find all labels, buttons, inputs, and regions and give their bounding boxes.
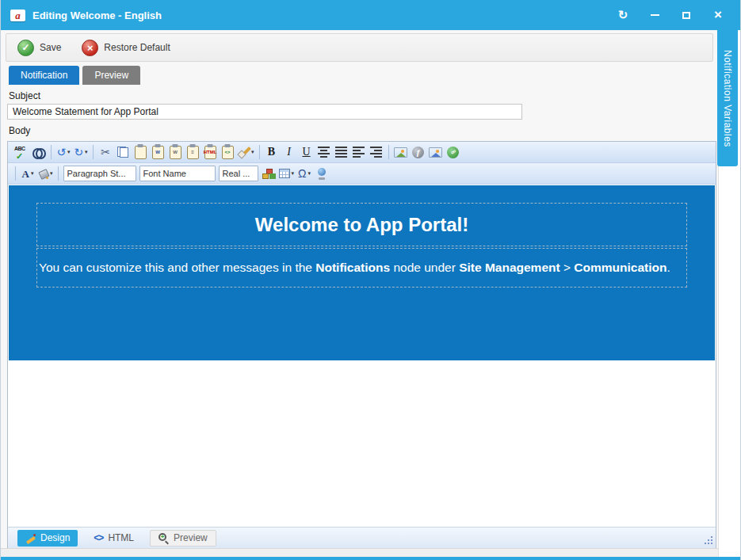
- html-brackets-icon: <>: [94, 533, 103, 543]
- bold-icon[interactable]: B: [263, 143, 281, 161]
- tab-html-label: HTML: [108, 532, 134, 543]
- toolbar-separator: [58, 166, 59, 181]
- title-bar: a Editing Welcome - English ↻ ×: [1, 0, 740, 30]
- right-panel: Notification Variables: [718, 30, 741, 557]
- media-manager-icon[interactable]: [427, 143, 445, 161]
- media-icon[interactable]: [313, 165, 330, 182]
- editor-toolbar-row1: ABC✓↺▾↻▾✂WW≡HTML<>▾BIUf: [8, 142, 716, 163]
- dropdown-caret: ▾: [67, 149, 71, 155]
- rich-text-editor: ABC✓↺▾↻▾✂WW≡HTML<>▾BIUf A▾▾Paragraph St.…: [7, 141, 716, 549]
- tab-design-label: Design: [40, 532, 70, 543]
- tab-preview-label: Preview: [174, 532, 208, 543]
- window-status-strip: [1, 548, 718, 557]
- font-name-select[interactable]: Font Name: [139, 166, 216, 181]
- tab-preview[interactable]: Preview: [82, 66, 140, 85]
- font-size-select[interactable]: Real ...: [219, 166, 258, 181]
- justify-icon[interactable]: [333, 143, 350, 161]
- paste-html-icon[interactable]: <>: [219, 143, 236, 161]
- flash-manager-icon[interactable]: f: [410, 143, 427, 161]
- spellcheck-icon[interactable]: ABC✓: [12, 143, 30, 161]
- align-right-icon[interactable]: [368, 143, 385, 161]
- toolbar-separator: [15, 166, 16, 181]
- toolbar-separator: [51, 145, 52, 159]
- subject-label: Subject: [9, 90, 718, 101]
- module-manager-icon[interactable]: [260, 165, 277, 182]
- restore-default-button[interactable]: × Restore Default: [82, 40, 170, 56]
- dropdown-caret: ▾: [31, 170, 34, 177]
- tab-notification[interactable]: Notification: [9, 66, 79, 85]
- format-stripper-icon[interactable]: ▾: [236, 143, 256, 161]
- dropdown-caret: ▾: [85, 149, 88, 155]
- heading-block[interactable]: Welcome to App Portal!: [36, 203, 687, 246]
- paste-from-word-icon[interactable]: W: [149, 143, 166, 161]
- hyperlink-manager-icon[interactable]: [445, 143, 462, 161]
- restore-default-label: Restore Default: [104, 42, 170, 53]
- save-check-icon: ✓: [17, 40, 34, 56]
- refresh-icon[interactable]: ↻: [617, 9, 629, 21]
- underline-icon[interactable]: U: [298, 143, 315, 161]
- message-text: You can customize this and other message…: [39, 261, 670, 275]
- message-block[interactable]: You can customize this and other message…: [36, 248, 687, 288]
- font-color-icon[interactable]: A▾: [19, 165, 36, 182]
- align-center-icon[interactable]: [315, 143, 333, 161]
- maximize-icon[interactable]: [680, 9, 693, 21]
- cut-icon[interactable]: ✂: [97, 143, 114, 161]
- toolbar-separator: [388, 145, 389, 159]
- copy-icon[interactable]: [114, 143, 132, 161]
- window-controls: ↻ ×: [617, 9, 731, 21]
- tab-html[interactable]: <> HTML: [86, 530, 142, 547]
- paste-as-html-icon[interactable]: HTML: [201, 143, 219, 161]
- paste-icon[interactable]: [132, 143, 149, 161]
- minimize-icon[interactable]: [648, 9, 661, 21]
- image-manager-icon[interactable]: [392, 143, 410, 161]
- restore-x-icon: ×: [82, 40, 98, 56]
- editor-toolbar-row2: A▾▾Paragraph St...Font NameReal ...▾Ω▾: [8, 163, 716, 185]
- align-left-icon[interactable]: [350, 143, 368, 161]
- paste-plain-text-icon[interactable]: ≡: [184, 143, 201, 161]
- paste-from-word-nostyle-icon[interactable]: W: [166, 143, 184, 161]
- dropdown-caret: ▾: [50, 170, 53, 177]
- editor-content-area[interactable]: Welcome to App Portal! You can customize…: [8, 185, 716, 527]
- save-button[interactable]: ✓ Save: [17, 40, 61, 56]
- command-toolbar: ✓ Save × Restore Default: [6, 33, 713, 62]
- dialog-window: a Editing Welcome - English ↻ × ✓ Save ×…: [0, 0, 741, 560]
- welcome-heading: Welcome to App Portal!: [255, 214, 468, 236]
- toolbar-separator: [93, 145, 94, 159]
- tab-design[interactable]: Design: [17, 530, 78, 547]
- message-background: Welcome to App Portal! You can customize…: [9, 185, 715, 360]
- tab-strip: Notification Preview: [9, 66, 718, 85]
- find-icon[interactable]: [30, 143, 48, 161]
- dropdown-caret: ▾: [292, 170, 295, 177]
- app-logo-icon: a: [10, 10, 25, 21]
- main-panel: ✓ Save × Restore Default Notification Pr…: [1, 30, 718, 548]
- resize-grip[interactable]: [703, 535, 712, 544]
- italic-icon[interactable]: I: [281, 143, 298, 161]
- save-button-label: Save: [40, 42, 61, 53]
- body-label: Body: [9, 125, 718, 136]
- insert-symbol-icon[interactable]: Ω▾: [296, 165, 313, 182]
- insert-table-icon[interactable]: ▾: [277, 165, 296, 182]
- tab-preview-mode[interactable]: + Preview: [150, 530, 216, 547]
- close-icon[interactable]: ×: [712, 9, 724, 21]
- notification-variables-tab[interactable]: Notification Variables: [717, 30, 738, 166]
- paragraph-style-select[interactable]: Paragraph St...: [63, 166, 136, 181]
- redo-icon[interactable]: ↻▾: [72, 143, 90, 161]
- pencil-icon: [25, 533, 36, 543]
- magnifier-icon: +: [159, 533, 169, 543]
- toolbar-separator: [259, 145, 260, 159]
- window-title: Editing Welcome - English: [32, 10, 162, 21]
- subject-input[interactable]: [7, 104, 522, 120]
- undo-icon[interactable]: ↺▾: [55, 143, 72, 161]
- background-color-icon[interactable]: ▾: [36, 165, 55, 182]
- editor-mode-bar: Design <> HTML + Preview: [8, 527, 716, 548]
- dropdown-caret: ▾: [251, 149, 254, 155]
- dropdown-caret: ▾: [308, 170, 311, 177]
